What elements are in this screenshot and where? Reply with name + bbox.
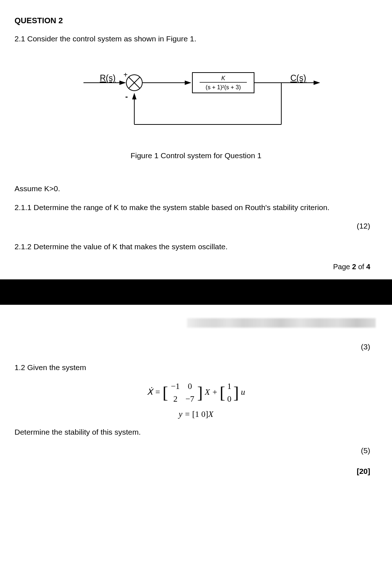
u-var: u [241, 387, 245, 397]
page-current: 2 [352, 263, 356, 271]
xdot-lhs: Ẋ = [147, 387, 160, 397]
a11: −1 [168, 380, 183, 393]
x-rhs: X [208, 410, 213, 419]
input-label: R(s) [100, 73, 115, 83]
a22: −7 [183, 393, 197, 406]
minus-sign: - [125, 92, 128, 101]
x-plus: X + [205, 387, 217, 397]
block-diagram-figure: R(s) + - K (s + 1)²(s + 3) C(s) [15, 66, 377, 139]
blurred-content [15, 316, 377, 330]
question-title: QUESTION 2 [15, 15, 377, 26]
page-number: Page 2 of 4 [15, 261, 370, 272]
marks-2-1-1: (12) [15, 220, 370, 232]
marks-hidden: (3) [15, 341, 370, 353]
tf-denominator: (s + 1)²(s + 3) [206, 84, 241, 90]
question-2-1-2: 2.1.2 Determine the value of K that make… [15, 241, 377, 253]
question-2-1-1: 2.1.1 Determine the range of K to make t… [15, 202, 377, 213]
a21: 2 [168, 393, 183, 406]
b2: 0 [225, 393, 233, 406]
page-total: 4 [366, 263, 370, 271]
a12: 0 [183, 380, 197, 393]
tf-numerator: K [221, 75, 226, 81]
redaction-bar [0, 279, 392, 305]
question-1-2-task: Determine the stability of this system. [15, 426, 377, 438]
marks-1-2: (5) [15, 445, 370, 456]
page-prefix: Page [333, 263, 352, 271]
question-1-2: 1.2 Given the system [15, 362, 377, 373]
y-lhs: y = [179, 410, 190, 419]
page-of: of [356, 263, 366, 271]
b1: 1 [225, 380, 233, 393]
question-intro: 2.1 Consider the control system as shown… [15, 33, 377, 45]
plus-sign: + [123, 71, 128, 79]
smudge-icon [187, 318, 376, 328]
total-marks: [20] [15, 466, 370, 477]
A-matrix: −10 2−7 [168, 380, 197, 405]
output-label: C(s) [290, 73, 306, 83]
figure-caption: Figure 1 Control system for Question 1 [15, 150, 377, 161]
B-matrix: 1 0 [225, 380, 233, 405]
assume-text: Assume K>0. [15, 183, 377, 194]
control-system-diagram: R(s) + - K (s + 1)²(s + 3) C(s) [65, 66, 327, 139]
state-space-equations: Ẋ = [ −10 2−7 ] X + [ 1 0 ] u y = [1 0]… [15, 380, 377, 421]
C-matrix: [1 0] [192, 410, 208, 419]
